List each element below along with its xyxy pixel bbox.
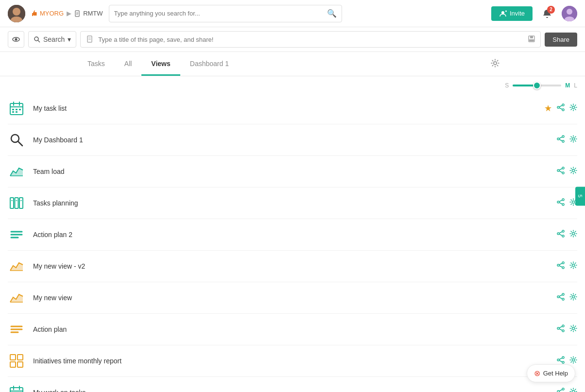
svg-rect-103 [10, 362, 16, 367]
global-search-bar[interactable]: 🔍 [109, 5, 342, 22]
tab-all[interactable]: All [115, 53, 142, 76]
list-item: My work on tasks [8, 377, 577, 392]
svg-point-38 [572, 106, 575, 109]
svg-line-98 [559, 326, 562, 328]
slider-thumb[interactable] [533, 82, 541, 89]
view-name: My Dashboard 1 [33, 136, 549, 144]
svg-rect-104 [17, 362, 23, 367]
notifications-button[interactable]: 2 [538, 5, 556, 22]
view-name: My new view [33, 294, 549, 302]
share-icon[interactable] [557, 261, 565, 271]
svg-line-36 [559, 105, 562, 107]
gear-icon[interactable] [569, 324, 577, 334]
share-icon[interactable] [557, 324, 565, 334]
svg-line-73 [559, 232, 562, 233]
gear-icon[interactable] [569, 261, 577, 271]
save-icon [528, 35, 535, 44]
view-name: Action plan [33, 325, 549, 333]
svg-point-106 [562, 361, 564, 363]
svg-point-14 [15, 38, 17, 41]
gear-icon[interactable] [569, 293, 577, 303]
svg-point-1 [13, 8, 20, 16]
global-search-input[interactable] [114, 10, 327, 17]
header: MYORG ▶ RMTW 🔍 Invite [0, 0, 585, 27]
star-icon[interactable]: ★ [544, 103, 552, 114]
tabs-bar: Tasks All Views Dashboard 1 [0, 52, 585, 76]
svg-line-74 [559, 234, 562, 236]
gear-icon[interactable] [569, 356, 577, 366]
size-large-label: L [574, 82, 577, 89]
list-item: Initiatives time monthly report [8, 345, 577, 377]
share-icon[interactable] [557, 388, 565, 392]
share-icon[interactable] [557, 293, 565, 303]
svg-rect-28 [12, 109, 14, 110]
page-label[interactable]: RMTW [74, 10, 103, 17]
search-toolbar-button[interactable]: Search ▾ [28, 31, 76, 48]
svg-point-35 [557, 106, 559, 108]
right-edge-button[interactable]: 5 [575, 187, 585, 205]
invite-icon [499, 10, 507, 17]
view-icon-calendar [8, 100, 25, 117]
org-label[interactable]: MYORG [31, 10, 64, 17]
avatar[interactable] [8, 5, 25, 22]
share-icon[interactable] [557, 230, 565, 239]
list-item: My Dashboard 1 [8, 124, 577, 156]
svg-point-80 [557, 264, 559, 266]
view-name: My new view - v2 [33, 262, 549, 270]
search-dropdown-icon: ▾ [68, 35, 71, 43]
size-slider[interactable] [513, 84, 561, 87]
tab-views[interactable]: Views [141, 53, 180, 76]
svg-point-121 [562, 388, 564, 390]
svg-point-63 [557, 201, 559, 203]
search-label: Search [43, 35, 65, 43]
svg-rect-102 [17, 355, 23, 360]
svg-point-110 [572, 359, 575, 361]
gear-icon[interactable] [569, 388, 577, 392]
svg-line-53 [559, 171, 562, 172]
tab-dashboard1[interactable]: Dashboard 1 [180, 53, 239, 76]
share-icon[interactable] [557, 103, 565, 113]
share-button[interactable]: Share [545, 33, 577, 47]
gear-icon[interactable] [569, 167, 577, 176]
svg-point-54 [572, 170, 575, 172]
view-icon-grid-yellow [8, 352, 25, 370]
preview-button[interactable] [8, 31, 24, 48]
breadcrumb-separator: ▶ [67, 10, 71, 17]
user-avatar[interactable] [562, 6, 577, 21]
svg-rect-32 [16, 111, 17, 113]
list-item: Team load [8, 156, 577, 187]
svg-point-83 [572, 264, 575, 267]
svg-rect-21 [530, 36, 533, 38]
page-title-input[interactable] [98, 36, 525, 43]
gear-icon[interactable] [569, 135, 577, 145]
view-name: My task list [33, 104, 536, 112]
view-icon-lines-yellow [8, 321, 25, 338]
invite-button[interactable]: Invite [491, 6, 533, 21]
svg-rect-101 [10, 355, 16, 360]
svg-line-64 [559, 200, 562, 202]
svg-line-109 [559, 360, 562, 362]
svg-line-81 [559, 263, 562, 265]
svg-line-108 [559, 358, 562, 359]
svg-rect-56 [15, 198, 18, 208]
breadcrumb: MYORG ▶ RMTW [31, 10, 103, 17]
view-icon-area-chart-yellow2 [8, 289, 25, 307]
header-right: Invite 2 [491, 5, 577, 22]
tabs-settings-gear[interactable] [483, 52, 507, 76]
gear-icon[interactable] [569, 230, 577, 239]
tab-tasks[interactable]: Tasks [78, 53, 115, 76]
list-item: My task list ★ [8, 93, 577, 124]
view-icon-calendar-grid [8, 384, 25, 392]
doc-icon [86, 34, 95, 44]
gear-icon[interactable] [569, 103, 577, 113]
share-icon[interactable] [557, 167, 565, 176]
get-help-button[interactable]: ⊗ Get Help [527, 364, 575, 382]
share-icon[interactable] [557, 135, 565, 145]
svg-point-66 [572, 201, 575, 204]
view-name: Action plan 2 [33, 231, 549, 239]
svg-point-15 [34, 37, 38, 41]
svg-point-43 [557, 138, 559, 140]
share-icon[interactable] [557, 198, 565, 208]
svg-line-40 [18, 141, 22, 146]
svg-point-49 [562, 167, 564, 169]
